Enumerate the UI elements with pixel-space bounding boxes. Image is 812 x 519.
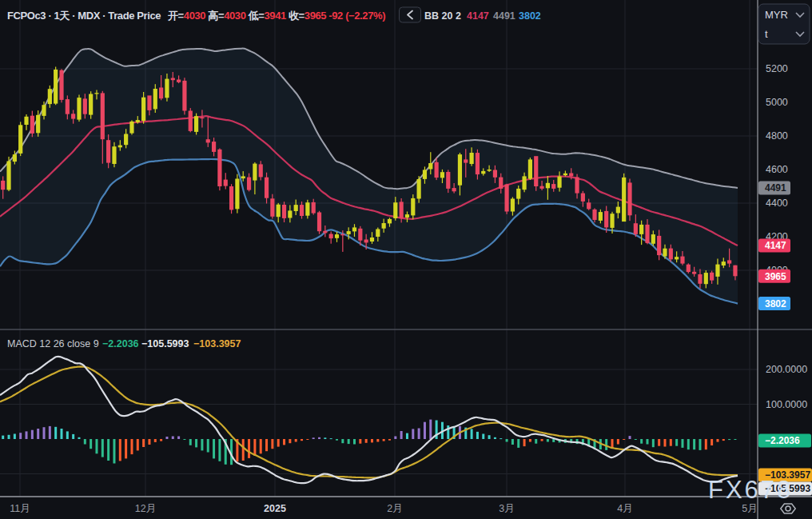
svg-text:−105.5993: −105.5993 <box>141 338 189 349</box>
svg-text:−2.2036: −2.2036 <box>102 338 139 349</box>
svg-text:BB 20 2: BB 20 2 <box>424 10 461 22</box>
svg-text:2025: 2025 <box>264 503 286 514</box>
svg-text:5200: 5200 <box>766 63 788 74</box>
svg-text:FX678: FX678 <box>708 476 793 504</box>
svg-text:4147: 4147 <box>467 10 489 22</box>
svg-text:4147: 4147 <box>765 240 786 251</box>
svg-text:4400: 4400 <box>766 198 788 209</box>
svg-text:3802: 3802 <box>765 298 786 309</box>
svg-text:t: t <box>765 28 768 40</box>
svg-text:200.0000: 200.0000 <box>766 364 807 375</box>
svg-text:12月: 12月 <box>135 503 156 514</box>
svg-text:−103.3957: −103.3957 <box>193 338 241 349</box>
svg-text:4月: 4月 <box>617 503 632 514</box>
svg-text:4491: 4491 <box>493 10 515 22</box>
svg-text:3802: 3802 <box>519 10 541 22</box>
svg-text:5月: 5月 <box>742 503 757 514</box>
svg-text:−2.2036: −2.2036 <box>765 435 800 446</box>
svg-text:MYR: MYR <box>765 9 788 21</box>
svg-text:FCPOc3 · 1天 · MDX · Trade Pric: FCPOc3 · 1天 · MDX · Trade Price <box>7 10 161 22</box>
svg-text:MACD 12 26 close 9: MACD 12 26 close 9 <box>7 338 99 349</box>
svg-text:100.0000: 100.0000 <box>766 399 807 410</box>
svg-text:11月: 11月 <box>10 503 30 514</box>
svg-text:2月: 2月 <box>387 503 402 514</box>
svg-text:4800: 4800 <box>766 130 788 142</box>
svg-text:4600: 4600 <box>766 164 788 175</box>
svg-text:3月: 3月 <box>499 503 514 514</box>
svg-text:4491: 4491 <box>765 182 786 194</box>
svg-text:5000: 5000 <box>766 97 788 108</box>
svg-text:开=4030 高=4030 低=3941 收=3965 -9: 开=4030 高=4030 低=3941 收=3965 -92 (−2.27%) <box>167 10 385 22</box>
svg-text:3965: 3965 <box>765 271 786 282</box>
